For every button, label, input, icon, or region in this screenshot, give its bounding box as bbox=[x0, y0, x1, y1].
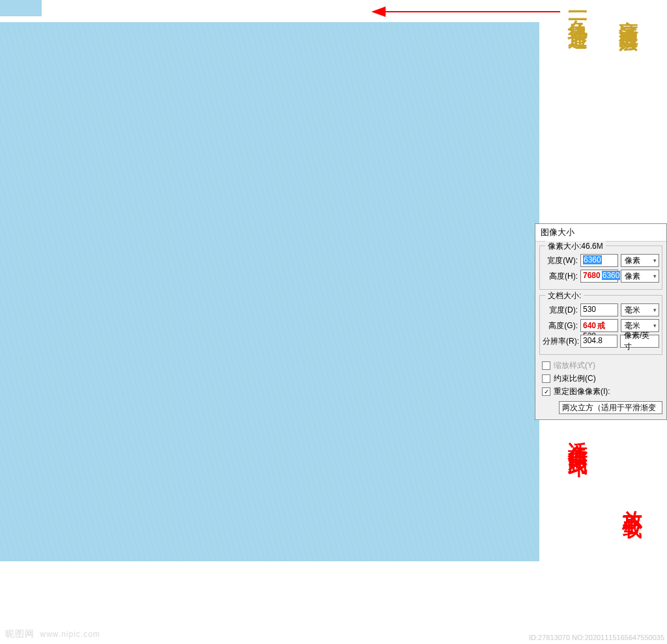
chevron-down-icon: ▾ bbox=[653, 273, 657, 279]
dialog-title: 图像大小 bbox=[535, 224, 666, 242]
red-arrow bbox=[371, 7, 560, 17]
resolution-label: 分辨率(R): bbox=[543, 336, 578, 347]
scale-styles-check-row: 缩放样式(Y) bbox=[542, 360, 662, 371]
canvas-preview bbox=[0, 22, 539, 561]
constrain-label: 约束比例(C) bbox=[554, 373, 596, 384]
pixel-width-unit[interactable]: 像素▾ bbox=[621, 254, 659, 267]
watermark-left: 昵图网 www.nipic.com bbox=[5, 628, 100, 640]
top-tab bbox=[0, 0, 42, 16]
resample-check-row: 重定图像像素(I): bbox=[542, 386, 662, 397]
chevron-down-icon: ▾ bbox=[653, 257, 657, 264]
annotation-red-left: 适合任何形式印 bbox=[564, 426, 591, 444]
scale-styles-label: 缩放样式(Y) bbox=[554, 360, 595, 371]
arrow-head-icon bbox=[371, 7, 386, 17]
chevron-down-icon: ▾ bbox=[653, 322, 657, 329]
pixel-width-input[interactable]: 6360 bbox=[580, 254, 618, 267]
resolution-input[interactable]: 304.8 bbox=[580, 335, 617, 348]
constrain-check-row: 约束比例(C) bbox=[542, 373, 662, 384]
annotation-gold-left: 一色块一通道 bbox=[564, 1, 591, 17]
watermark-brand: 昵图网 bbox=[5, 629, 35, 639]
doc-height-input[interactable]: 640戒 530 bbox=[580, 319, 618, 332]
annotation-gold-right: 高清通道分层 bbox=[615, 5, 642, 21]
doc-size-group: 文档大小: 宽度(D): 530 毫米▾ 高度(G): 640戒 530 毫米▾… bbox=[539, 295, 662, 355]
doc-width-unit[interactable]: 毫米▾ bbox=[621, 303, 659, 316]
doc-width-row: 宽度(D): 530 毫米▾ bbox=[543, 303, 659, 316]
pixel-height-row: 高度(H): 76806360 像素▾ bbox=[543, 270, 659, 283]
chevron-down-icon: ▾ bbox=[653, 307, 657, 313]
doc-width-input[interactable]: 530 bbox=[580, 303, 618, 316]
pixel-height-label: 高度(H): bbox=[543, 271, 578, 282]
pixel-size-legend: 像素大小:46.6M bbox=[545, 241, 606, 252]
scale-styles-checkbox[interactable] bbox=[542, 361, 550, 370]
dialog-body: 像素大小:46.6M 宽度(W): 6360 像素▾ 高度(H): 768063… bbox=[535, 242, 666, 419]
pixel-width-label: 宽度(W): bbox=[543, 255, 578, 266]
doc-width-label: 宽度(D): bbox=[543, 305, 578, 316]
resolution-unit[interactable]: 像素/英寸 bbox=[620, 335, 659, 348]
image-size-dialog: 图像大小 像素大小:46.6M 宽度(W): 6360 像素▾ 高度(H): 7… bbox=[535, 223, 667, 420]
arrow-line bbox=[383, 11, 560, 12]
annotation-red-right: 放心下载 bbox=[619, 495, 646, 505]
doc-size-legend: 文档大小: bbox=[545, 290, 584, 301]
resample-checkbox[interactable] bbox=[542, 387, 550, 396]
watermark-right: ID:27813070 NO:20201115165647550035 bbox=[529, 634, 664, 641]
constrain-checkbox[interactable] bbox=[542, 374, 550, 383]
doc-height-label: 高度(G): bbox=[543, 320, 578, 331]
pixel-width-row: 宽度(W): 6360 像素▾ bbox=[543, 254, 659, 267]
resample-label: 重定图像像素(I): bbox=[554, 386, 610, 397]
pixel-size-group: 像素大小:46.6M 宽度(W): 6360 像素▾ 高度(H): 768063… bbox=[539, 245, 662, 290]
resample-method-select[interactable]: 两次立方（适用于平滑渐变 bbox=[559, 401, 662, 414]
resolution-row: 分辨率(R): 304.8 像素/英寸 bbox=[543, 335, 659, 348]
pixel-height-input[interactable]: 76806360 bbox=[580, 270, 618, 283]
watermark-site: www.nipic.com bbox=[40, 630, 100, 639]
pixel-height-unit[interactable]: 像素▾ bbox=[621, 270, 659, 283]
